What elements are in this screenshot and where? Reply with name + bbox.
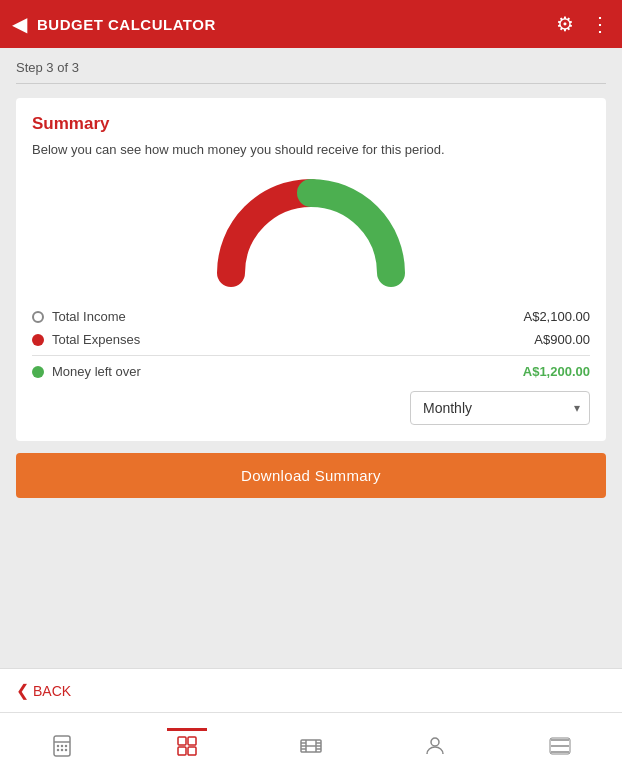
svg-rect-10 — [178, 747, 186, 755]
expenses-label: Total Expenses — [52, 332, 140, 347]
money-left-amount: A$1,200.00 — [523, 364, 590, 379]
app-header: ◀ BUDGET CALCULATOR ⚙ ⋮ — [0, 0, 622, 48]
nav-item-profile[interactable] — [373, 728, 497, 762]
chart-red-arc — [231, 193, 311, 273]
person-icon — [423, 734, 447, 762]
donut-chart — [32, 173, 590, 293]
chart-green-arc — [311, 193, 391, 273]
expenses-amount: A$900.00 — [534, 332, 590, 347]
calculator-icon — [50, 734, 74, 762]
income-dot — [32, 311, 44, 323]
svg-rect-8 — [178, 737, 186, 745]
legend-divider — [32, 355, 590, 356]
nav-item-list[interactable] — [498, 728, 622, 762]
chart-svg — [211, 173, 411, 293]
money-left-label: Money left over — [52, 364, 141, 379]
svg-point-20 — [431, 738, 439, 746]
back-chevron-icon: ❮ — [16, 681, 29, 700]
summary-title: Summary — [32, 114, 590, 134]
income-amount: A$2,100.00 — [523, 309, 590, 324]
back-label: BACK — [33, 683, 71, 699]
dropdown-wrapper: Weekly Fortnightly Monthly Yearly ▾ — [410, 391, 590, 425]
back-button[interactable]: ❮ BACK — [16, 681, 71, 700]
nav-item-media[interactable] — [249, 728, 373, 762]
period-dropdown[interactable]: Weekly Fortnightly Monthly Yearly — [410, 391, 590, 425]
budget-grid-icon — [175, 734, 199, 762]
expenses-dot — [32, 334, 44, 346]
step-label: Step 3 of 3 — [16, 60, 606, 75]
legend-money-left: Money left over A$1,200.00 — [32, 364, 590, 379]
back-bar: ❮ BACK — [0, 668, 622, 712]
download-summary-button[interactable]: Download Summary — [16, 453, 606, 498]
bottom-navigation — [0, 712, 622, 768]
summary-description: Below you can see how much money you sho… — [32, 142, 590, 157]
income-label: Total Income — [52, 309, 126, 324]
nav-item-calculator[interactable] — [0, 728, 124, 762]
header-title: BUDGET CALCULATOR — [37, 16, 556, 33]
list-icon — [548, 734, 572, 762]
settings-icon[interactable]: ⚙ — [556, 12, 574, 36]
top-divider — [16, 83, 606, 84]
money-left-dot — [32, 366, 44, 378]
svg-rect-9 — [188, 737, 196, 745]
main-content: Step 3 of 3 Summary Below you can see ho… — [0, 48, 622, 668]
header-actions: ⚙ ⋮ — [556, 12, 610, 36]
film-icon — [299, 734, 323, 762]
nav-item-budget[interactable] — [124, 728, 248, 762]
header-back-icon[interactable]: ◀ — [12, 12, 27, 36]
summary-card: Summary Below you can see how much money… — [16, 98, 606, 441]
svg-rect-11 — [188, 747, 196, 755]
period-dropdown-row: Weekly Fortnightly Monthly Yearly ▾ — [32, 391, 590, 425]
more-icon[interactable]: ⋮ — [590, 12, 610, 36]
legend-total-income: Total Income A$2,100.00 — [32, 309, 590, 324]
legend-total-expenses: Total Expenses A$900.00 — [32, 332, 590, 347]
